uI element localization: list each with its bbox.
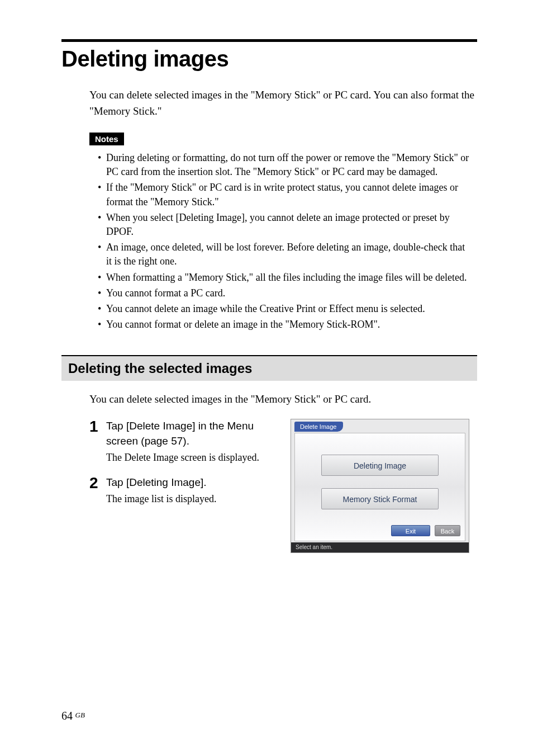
notes-list: During deleting or formatting, do not tu… [98,151,472,332]
step-description: The Delete Image screen is displayed. [106,451,274,465]
step-title: Tap [Delete Image] in the Menu screen (p… [106,419,274,448]
page-title: Deleting images [61,46,477,72]
note-item: During deleting or formatting, do not tu… [98,151,472,179]
note-item: You cannot format a PC card. [98,286,472,300]
note-item: You cannot delete an image while the Cre… [98,302,472,316]
page-footer: 64 GB [61,710,85,722]
note-item: When formatting a "Memory Stick," all th… [98,271,472,285]
screenshot-status-bar: Select an item. [291,542,469,552]
screenshot-deleting-image-button[interactable]: Deleting Image [321,455,439,476]
section-heading-bar: Deleting the selected images [61,355,477,381]
note-item: If the "Memory Stick" or PC card is in w… [98,181,472,209]
step-body: Tap [Delete Image] in the Menu screen (p… [106,419,274,465]
step-number: 2 [89,475,99,507]
step-item: 2 Tap [Deleting Image]. The image list i… [89,475,274,507]
page-suffix: GB [75,711,85,719]
step-item: 1 Tap [Delete Image] in the Menu screen … [89,419,274,465]
step-title: Tap [Deleting Image]. [106,475,274,490]
section-heading: Deleting the selected images [68,361,470,376]
note-item: When you select [Deleting Image], you ca… [98,211,472,239]
header-rule [61,39,477,42]
page-number: 64 [61,710,73,722]
notes-label: Notes [89,133,124,145]
screenshot-memory-stick-format-button[interactable]: Memory Stick Format [321,488,439,509]
step-body: Tap [Deleting Image]. The image list is … [106,475,274,507]
embedded-device-screenshot: Delete Image Deleting Image Memory Stick… [291,419,469,553]
step-description: The image list is displayed. [106,492,274,506]
screenshot-back-button[interactable]: Back [435,525,460,536]
steps-row: 1 Tap [Delete Image] in the Menu screen … [89,419,477,553]
note-item: You cannot format or delete an image in … [98,318,472,332]
section-intro: You can delete selected images in the "M… [89,393,477,405]
screenshot-content-panel: Deleting Image Memory Stick Format Exit … [294,433,465,541]
screenshot-tab[interactable]: Delete Image [294,422,343,432]
intro-paragraph: You can delete selected images in the "M… [89,87,477,119]
screenshot-exit-button[interactable]: Exit [391,525,430,536]
steps-column: 1 Tap [Delete Image] in the Menu screen … [89,419,274,553]
note-item: An image, once deleted, will be lost for… [98,240,472,268]
step-number: 1 [89,419,99,465]
